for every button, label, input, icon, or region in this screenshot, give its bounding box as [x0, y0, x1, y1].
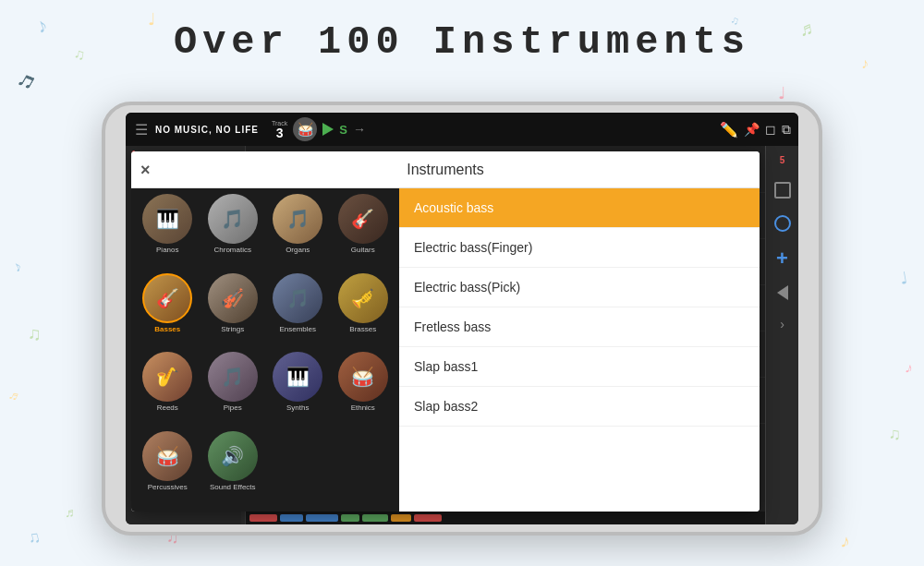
category-pipes[interactable]: 🎵 Pipes: [202, 352, 264, 428]
deco-note-15: ♪: [10, 258, 25, 276]
deco-note-9: ♫: [26, 527, 43, 549]
play-button[interactable]: [322, 123, 334, 136]
category-organs-label: Organs: [286, 246, 310, 254]
category-guitars[interactable]: 🎸 Guitars: [333, 194, 395, 270]
right-panel-num: 5: [780, 155, 785, 165]
category-pianos-label: Pianos: [156, 246, 178, 254]
deco-note-19: ♪: [904, 359, 915, 377]
category-brasses-label: Brasses: [349, 325, 376, 333]
circle-icon[interactable]: [774, 215, 791, 232]
category-ensembles[interactable]: 🎵 Ensembles: [267, 273, 329, 349]
deco-note-10: ♬: [65, 505, 75, 520]
instruments-list: Acoustic bass Electric bass(Finger) Elec…: [399, 188, 760, 512]
dialog-body: 🎹 Pianos 🎵 Chromatics 🎵 Organs: [131, 188, 760, 512]
app-title: NO MUSIC, NO LIFE: [155, 125, 259, 135]
dialog-header: × Instruments: [131, 151, 760, 188]
category-sound-effects-label: Sound Effects: [210, 483, 256, 491]
instrument-slap-bass2[interactable]: Slap bass2: [399, 387, 760, 427]
deco-note-20: ♫: [889, 425, 902, 444]
deco-note-16: ♫: [28, 323, 42, 344]
instrument-acoustic-bass[interactable]: Acoustic bass: [399, 188, 760, 228]
category-chromatics[interactable]: 🎵 Chromatics: [202, 194, 264, 270]
arrow-icon: →: [353, 122, 366, 137]
dialog-close-button[interactable]: ×: [140, 162, 151, 178]
deco-note-8: ♩: [778, 83, 785, 103]
category-chromatics-label: Chromatics: [214, 246, 251, 254]
instruments-dialog: × Instruments 🎹 Pianos: [126, 146, 765, 524]
menu-icon[interactable]: ☰: [133, 119, 150, 140]
app-content: 1 5 4 3 2 1: [126, 146, 798, 524]
instrument-electric-bass-finger[interactable]: Electric bass(Finger): [399, 228, 760, 268]
instrument-electric-bass-pick[interactable]: Electric bass(Pick): [399, 268, 760, 307]
category-basses-label: Basses: [154, 325, 180, 333]
category-strings[interactable]: 🎻 Strings: [202, 273, 264, 349]
page-title: Over 100 Instruments: [0, 20, 924, 65]
instrument-slap-bass1[interactable]: Slap bass1: [399, 347, 760, 387]
pin-icon[interactable]: 📌: [744, 122, 760, 137]
dialog-title: Instruments: [407, 162, 484, 178]
deco-note-17: ♬: [6, 387, 21, 404]
app-header-bar: ☰ NO MUSIC, NO LIFE Track 3 🥁 S: [126, 113, 798, 146]
category-reeds-label: Reeds: [157, 403, 178, 412]
forward-chevron[interactable]: ›: [780, 317, 784, 331]
drum-icon[interactable]: 🥁: [293, 117, 317, 141]
deco-note-4: 🎵: [16, 71, 37, 91]
category-synths[interactable]: 🎹 Synths: [267, 352, 329, 428]
copy-icon[interactable]: ⧉: [782, 122, 791, 138]
category-ethnics[interactable]: 🥁 Ethnics: [333, 352, 395, 428]
category-strings-label: Strings: [221, 325, 244, 333]
category-brasses[interactable]: 🎺 Brasses: [333, 273, 395, 349]
category-ethnics-label: Ethnics: [351, 403, 375, 412]
track-info: Track 3: [272, 120, 287, 139]
plus-icon[interactable]: +: [776, 248, 788, 269]
s-label: S: [339, 123, 347, 137]
category-synths-label: Synths: [286, 403, 309, 412]
track-number: 3: [276, 126, 284, 139]
instrument-fretless-bass[interactable]: Fretless bass: [399, 307, 760, 347]
pencil-icon[interactable]: ✏️: [720, 121, 738, 138]
category-pipes-label: Pipes: [224, 403, 242, 412]
category-sound-effects[interactable]: 🔊 Sound Effects: [202, 431, 264, 507]
category-organs[interactable]: 🎵 Organs: [267, 194, 329, 270]
category-percussives-label: Percussives: [148, 483, 188, 491]
category-reeds[interactable]: 🎷 Reeds: [137, 352, 199, 428]
back-icon[interactable]: [777, 285, 788, 300]
category-pianos[interactable]: 🎹 Pianos: [137, 194, 199, 270]
square-icon[interactable]: [774, 182, 791, 199]
category-guitars-label: Guitars: [351, 246, 375, 254]
phone-screen: ☰ NO MUSIC, NO LIFE Track 3 🥁 S: [126, 113, 798, 524]
deco-note-18: ♩: [898, 267, 909, 288]
categories-panel: 🎹 Pianos 🎵 Chromatics 🎵 Organs: [131, 188, 399, 512]
phone-frame: ☰ NO MUSIC, NO LIFE Track 3 🥁 S: [102, 102, 822, 536]
page-background: ♪ ♫ ♩ 🎵 ♬ ♪ ♫ ♩ ♫ ♬ ♪ ♩ ♫ 🎵 ♪ ♫ ♬ ♩ ♪ ♫ …: [0, 0, 924, 566]
right-panel: 5 + ›: [765, 146, 798, 524]
eraser-icon[interactable]: ◻: [765, 122, 776, 137]
category-ensembles-label: Ensembles: [279, 325, 316, 333]
deco-note-11: ♪: [839, 530, 852, 552]
category-percussives[interactable]: 🥁 Percussives: [137, 431, 199, 507]
dialog-box: × Instruments 🎹 Pianos: [131, 151, 760, 512]
category-basses[interactable]: 🎸 Basses: [137, 273, 199, 349]
